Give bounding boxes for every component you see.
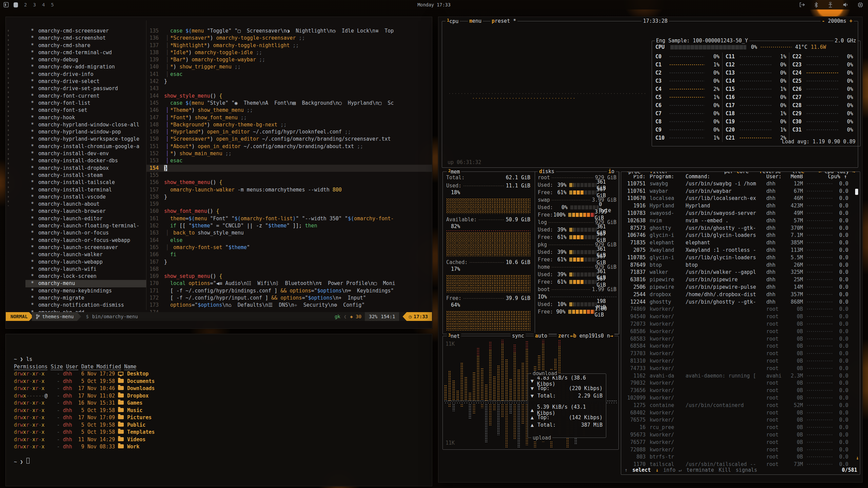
process-row[interactable]: 1162 avahi-da avahi-daemon: running [ av… — [621, 372, 860, 380]
process-row[interactable]: 102638 nvim nvim --embed . dhh 57M 0.0 — [621, 217, 860, 224]
file-list-item[interactable]: *omarchy-pkg-add — [6, 309, 146, 312]
file-list-item[interactable]: *omarchy-drive-info — [6, 71, 146, 78]
code-line[interactable]: 135 case $(menu "Toggle" "▢ Screensaver\… — [146, 27, 432, 35]
process-row[interactable]: 68583 kworker/ root 0B 0.0 — [621, 335, 860, 343]
code-line[interactable]: 165 ▏ omarchy-font-set "$theme" — [146, 244, 432, 251]
tree-toggle[interactable]: tree — [791, 171, 806, 175]
code-line[interactable]: 169show_setup_menu() { — [146, 273, 432, 280]
process-row[interactable]: 110670 localsea /usr/lib/localsearch-ex … — [621, 195, 860, 202]
process-row[interactable]: 110751 swaybg /usr/bin/swaybg -i /hom dh… — [621, 180, 860, 187]
file-list-item[interactable]: *omarchy-launch-wifi — [6, 266, 146, 273]
process-row[interactable]: 71837 walker /usr/bin/walker --gappl dhh… — [621, 269, 860, 276]
terminate-action[interactable]: terminate — [686, 467, 714, 473]
dir-name[interactable]: Downloads — [127, 385, 155, 392]
code-pane[interactable]: 135 case $(menu "Toggle" "▢ Screensaver\… — [146, 17, 432, 312]
proc-scrollbar[interactable] — [855, 189, 858, 195]
workspace-number[interactable]: 5 — [51, 2, 54, 7]
code-line[interactable]: 141 ▏esac — [146, 71, 432, 78]
process-row[interactable]: 81310 kworker/ root 0B 0.0 — [621, 357, 860, 365]
code-line[interactable]: 144show_style_menu() { — [146, 93, 432, 100]
file-list-item[interactable]: *omarchy-install-vscode — [6, 194, 146, 201]
code-line[interactable]: 166 fi — [146, 251, 432, 258]
net-auto-toggle[interactable]: auto — [534, 333, 549, 339]
process-row[interactable]: 68586 kworker/ root 0B 0.0 — [621, 328, 860, 335]
code-line[interactable]: 159 — [146, 201, 432, 208]
per-core-toggle[interactable]: per-core — [723, 171, 750, 175]
info-action[interactable]: info ↵ — [663, 467, 682, 473]
dir-name[interactable]: Public — [127, 422, 145, 429]
workspace-number[interactable]: 3 — [33, 2, 36, 7]
process-row[interactable]: 74869 kworker/ root 0B 0.0 — [621, 306, 860, 313]
code-line[interactable]: 138 ▏*Idle*) omarchy-toggle-idle ;; — [146, 49, 432, 56]
file-list-item[interactable]: *omarchy-font-set — [6, 107, 146, 114]
reverse-toggle[interactable]: reverse — [758, 171, 782, 175]
io-toggle[interactable]: io — [607, 168, 616, 175]
process-row[interactable]: 2544 dropbox /home/dhh/.dropbox-dist dhh… — [621, 291, 860, 298]
mem-box-title[interactable]: 2mem — [447, 168, 461, 175]
dir-name[interactable]: Pictures — [127, 414, 152, 422]
code-line[interactable]: 137 ▏*Nightlight*) omarchy-toggle-nightl… — [146, 42, 432, 49]
code-line[interactable]: 140 ▏*) show_trigger_menu ;; — [146, 63, 432, 70]
file-list-item[interactable]: *omarchy-launch-editor — [6, 215, 146, 222]
code-line[interactable]: 164 else — [146, 237, 432, 244]
file-list-item[interactable]: *omarchy-cmd-share — [6, 42, 146, 49]
process-row[interactable]: 2506 pipewire /usr/bin/pipewire-pulse dh… — [621, 283, 860, 291]
code-line[interactable]: 151 ▏*About*) open_in_editor ~/.config/o… — [146, 143, 432, 150]
dir-name[interactable]: Documents — [127, 378, 155, 385]
process-row[interactable]: 72088 kworker/ root 0B 0.0 — [621, 446, 860, 453]
process-row[interactable]: 79032 kworker/ root 0B 0.0 — [621, 380, 860, 387]
code-line[interactable]: 146 ▏*Theme*) show_theme_menu ;; — [146, 107, 432, 114]
process-row[interactable]: 76575 kworker/ root 0B 0.0 — [621, 416, 860, 424]
kill-action[interactable]: Kill — [719, 467, 731, 473]
file-list-item[interactable]: *omarchy-install-docker-dbs — [6, 157, 146, 164]
file-list-item[interactable]: *omarchy-launch-browser — [6, 208, 146, 215]
process-row[interactable]: 2075 Xwayland Xwayland :1 -rootless - dh… — [621, 246, 860, 254]
filter-button[interactable]: filter — [648, 171, 669, 175]
process-row[interactable]: 95673 kworker/ root 0B 0.0 — [621, 431, 860, 439]
process-row[interactable]: 76577 kworker/ root 0B 0.0 — [621, 439, 860, 446]
process-row[interactable]: 68402 kworker/ root 0B 0.0 — [621, 409, 860, 416]
sort-column-selector[interactable]: ← cpu lazy → — [817, 171, 856, 175]
code-line[interactable]: 155 — [146, 172, 432, 179]
file-list-item[interactable]: *omarchy-launch-screensaver — [6, 244, 146, 251]
process-row[interactable]: 12244 ghostty /usr/bin/ghostty --gtk- dh… — [621, 298, 860, 306]
code-line[interactable]: 162 if [[ "$theme" = "CNCLD" || -z "$the… — [146, 222, 432, 229]
apps-icon[interactable] — [3, 2, 9, 8]
file-list-item[interactable]: *omarchy-menu-keybindings — [6, 287, 146, 294]
dir-name[interactable]: Templates — [127, 429, 155, 436]
file-list-item[interactable]: *omarchy-hook — [6, 114, 146, 121]
file-list-item[interactable]: *omarchy-install-chromium-google-a — [6, 143, 146, 150]
code-line[interactable]: 136 ▏*Screensaver*) omarchy-toggle-scree… — [146, 35, 432, 42]
process-row[interactable]: 110761 waybar /usr/bin/waybar dhh 67M 0.… — [621, 187, 860, 195]
code-line[interactable]: 171 [ -f ~/.config/hypr/bindings.conf ] … — [146, 287, 432, 294]
dir-name[interactable]: Dropbox — [127, 392, 149, 400]
dir-name[interactable]: Games — [127, 400, 142, 407]
file-list-item[interactable]: *omarchy-install-tailscale — [6, 179, 146, 186]
process-row[interactable]: 106746 glycin-i /usr/lib/glycin-loaders … — [621, 232, 860, 239]
process-row[interactable]: 73656 kworker/ root 0B 0.0 — [621, 387, 860, 394]
net-box-title[interactable]: 3net — [447, 333, 461, 339]
file-list-item[interactable]: *omarchy-migrate — [6, 294, 146, 302]
process-row[interactable]: 16 rcu_pree root 0B 0.0 — [621, 424, 860, 431]
process-row[interactable]: 72073 kworker/ root 0B 0.0 — [621, 320, 860, 328]
select-action[interactable]: select — [632, 467, 651, 473]
code-line[interactable]: 145 case $(menu "Style" "◉ Theme\nA Font… — [146, 100, 432, 107]
scroll-down-icon[interactable]: ↓ — [856, 455, 859, 461]
code-line[interactable]: 152 ▏*) show_main_menu ;; — [146, 150, 432, 157]
process-row[interactable]: 803 btrfs-tr root 0B 0.0 — [621, 453, 860, 461]
git-branch-segment[interactable]: themes-menu — [32, 312, 81, 321]
code-line[interactable]: 154} — [146, 165, 432, 172]
proc-box-title[interactable]: 4proc — [625, 171, 642, 175]
code-line[interactable]: 160show_font_menu() { — [146, 208, 432, 215]
file-list-item[interactable]: *omarchy-menu — [25, 280, 146, 287]
disks-title[interactable]: disks — [538, 168, 556, 175]
process-row[interactable]: 73703 kworker/ root 0B 0.0 — [621, 350, 860, 357]
code-line[interactable]: 157 omarchy-launch-walker -m menus:omarc… — [146, 186, 432, 194]
code-line[interactable]: 174 — [146, 309, 432, 312]
code-line[interactable]: 150 ▏*Screensaver*) open_in_editor ~/.co… — [146, 136, 432, 143]
code-line[interactable]: 139 ▏*Bar*) omarchy-toggle-waybar ;; — [146, 56, 432, 63]
file-list-item[interactable]: *omarchy-hyprland-window-close-all — [6, 121, 146, 128]
signals-action[interactable]: signals — [736, 467, 757, 473]
file-list-item[interactable]: *omarchy-launch-webapp — [6, 259, 146, 266]
file-list-item[interactable]: *omarchy-install-dev-env — [6, 150, 146, 157]
